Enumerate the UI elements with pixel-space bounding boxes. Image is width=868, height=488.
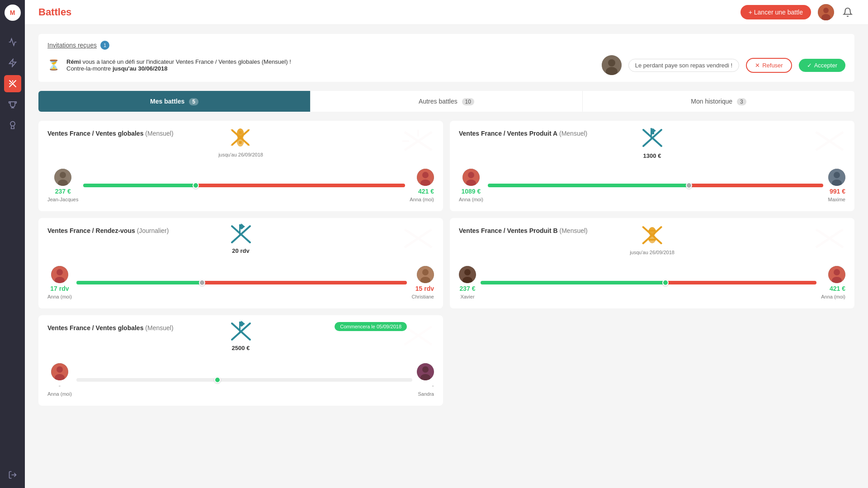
svg-rect-67 [649, 239, 656, 241]
battle-1-score-right: 421 € [418, 188, 434, 195]
battle-2-icon [639, 124, 666, 152]
tab-autres-battles-count: 10 [462, 98, 474, 105]
tab-mes-battles-count: 5 [189, 98, 198, 105]
battle-5-title-bold: Ventes France / Ventes globales [47, 324, 143, 332]
battle-2-avatar-right [828, 169, 845, 186]
battle-card-1: Ventes France / Ventes globales (Mensuel… [38, 121, 443, 211]
battle-3-player-right: 15 rdv Christiane [411, 266, 434, 299]
battle-1-name-right: Anna (moi) [410, 197, 434, 202]
battle-2-watermark [811, 128, 848, 161]
battle-5-icon [227, 319, 255, 344]
svg-point-5 [10, 122, 15, 126]
battle-4-player-left: 237 € Xavier [459, 266, 476, 299]
battle-1-name-left: Jean-Jacques [47, 197, 79, 202]
accept-button[interactable]: ✓ Accepter [799, 59, 845, 72]
sidebar-item-chart[interactable] [4, 33, 21, 51]
battle-3-icon [227, 222, 255, 246]
battle-5-score-right: - [432, 382, 434, 389]
inviter-avatar [602, 55, 622, 75]
svg-point-85 [422, 366, 429, 373]
battle-1-title-paren: (Mensuel) [145, 130, 173, 137]
battle-5-players: - Anna (moi) [47, 363, 434, 397]
invitation-message: vous a lancé un défi sur l'indicateur Ve… [81, 58, 291, 65]
tab-autres-battles[interactable]: Autres battles 10 [311, 91, 583, 112]
logo[interactable]: M [5, 5, 21, 21]
battle-2-name-right: Maxime [828, 197, 845, 202]
battle-5-score-left: - [59, 382, 61, 389]
battle-5-name-left: Anna (moi) [47, 391, 72, 397]
hourglass-icon: ⏳ [47, 59, 60, 71]
tab-historique[interactable]: Mon historique 3 [583, 91, 854, 112]
invitations-section: Invitations reçues 1 ⏳ Rémi vous a lancé… [38, 34, 854, 82]
battle-2-score-left: 1089 € [461, 188, 481, 195]
battle-1-score-left: 237 € [55, 188, 71, 195]
sidebar-item-battles[interactable] [4, 75, 21, 92]
svg-point-8 [823, 8, 829, 13]
user-avatar[interactable] [818, 4, 834, 20]
battle-4-avatar-right [828, 266, 845, 283]
battle-3-score-left: 17 rdv [50, 285, 69, 292]
battle-3-name-left: Anna (moi) [47, 294, 72, 299]
battle-2-score-right: 991 € [830, 188, 845, 195]
battle-4-score-left: 237 € [459, 285, 475, 292]
battle-1-player-right: 421 € Anna (moi) [410, 169, 434, 202]
battle-card-5: Ventes France / Ventes globales (Mensuel… [38, 315, 443, 406]
refuse-label: Refuser [762, 62, 783, 69]
battle-4-avatar-left [459, 266, 476, 283]
svg-point-58 [422, 269, 429, 275]
battle-card-2: Ventes France / Ventes Produit A (Mensue… [450, 121, 854, 211]
main-content: Battles + Lancer une battle Invitations … [25, 0, 868, 488]
battle-1-progress-bar [83, 184, 406, 187]
battle-3-progress-section: 17 rdv Anna (moi) [47, 266, 434, 299]
battle-1-title-bold: Ventes France / Ventes globales [47, 130, 143, 137]
battle-3-avatar-right [417, 266, 434, 283]
svg-point-31 [422, 172, 429, 178]
sidebar-item-cup[interactable] [4, 117, 21, 134]
battles-grid: Ventes France / Ventes globales (Mensuel… [38, 121, 854, 406]
svg-point-28 [60, 172, 66, 178]
battle-3-players: 17 rdv Anna (moi) [47, 266, 434, 299]
battle-card-3: Ventes France / Rendez-vous (Journalier) [38, 218, 443, 308]
battle-4-name-left: Xavier [460, 294, 474, 299]
battle-3-title-bold: Ventes France / Rendez-vous [47, 227, 135, 234]
svg-point-69 [464, 269, 471, 275]
battle-5-starts-badge: Commencera le 05/09/2018 [335, 322, 407, 331]
tab-mes-battles[interactable]: Mes battles 5 [38, 91, 311, 112]
sidebar-item-lightning[interactable] [4, 54, 21, 71]
battle-5-avatar-left [51, 363, 68, 380]
header-actions: + Lancer une battle [741, 4, 854, 20]
battle-5-player-right: - Sandra [417, 363, 434, 397]
invitations-title: Invitations reçues 1 [47, 41, 845, 50]
svg-rect-80 [239, 322, 241, 333]
invitation-sub-pre: Contre-la-montre [66, 65, 113, 72]
tabs-bar: Mes battles 5 Autres battles 10 Mon hist… [38, 91, 854, 112]
invitation-stake: Le perdant paye son repas vendredi ! [628, 59, 739, 72]
svg-point-55 [57, 269, 63, 275]
sidebar-item-trophy[interactable] [4, 96, 21, 113]
battle-1-players: 237 € Jean-Jacques [47, 169, 434, 202]
accept-label: Accepter [814, 62, 837, 69]
tab-historique-label: Mon historique [691, 98, 732, 105]
battle-2-avatar-left [462, 169, 480, 186]
battle-2-progress-section: 1089 € Anna (moi) [459, 169, 845, 202]
svg-rect-53 [239, 224, 241, 236]
battle-3-watermark [400, 225, 436, 258]
battle-4-player-right: 421 € Anna (moi) [821, 266, 845, 299]
svg-point-45 [834, 172, 840, 178]
invitations-badge: 1 [100, 41, 109, 50]
battle-3-title-paren: (Journalier) [137, 227, 169, 234]
battle-3-milestone: 20 rdv [232, 247, 249, 254]
notification-icon[interactable] [841, 5, 854, 19]
battle-1-icon [228, 125, 253, 150]
launch-battle-button[interactable]: + Lancer une battle [741, 5, 811, 19]
battle-1-avatar-right [417, 169, 434, 186]
battle-1-date: jusqu'au 26/09/2018 [218, 152, 263, 157]
svg-rect-18 [239, 131, 242, 134]
battle-4-players: 237 € Xavier [459, 266, 845, 299]
battle-2-player-right: 991 € Maxime [828, 169, 845, 202]
svg-marker-52 [241, 223, 245, 230]
sidebar-item-logout[interactable] [4, 466, 21, 483]
svg-rect-40 [651, 128, 652, 139]
refuse-button[interactable]: ✕ Refuser [746, 58, 792, 73]
battle-5-title-paren: (Mensuel) [145, 324, 173, 332]
